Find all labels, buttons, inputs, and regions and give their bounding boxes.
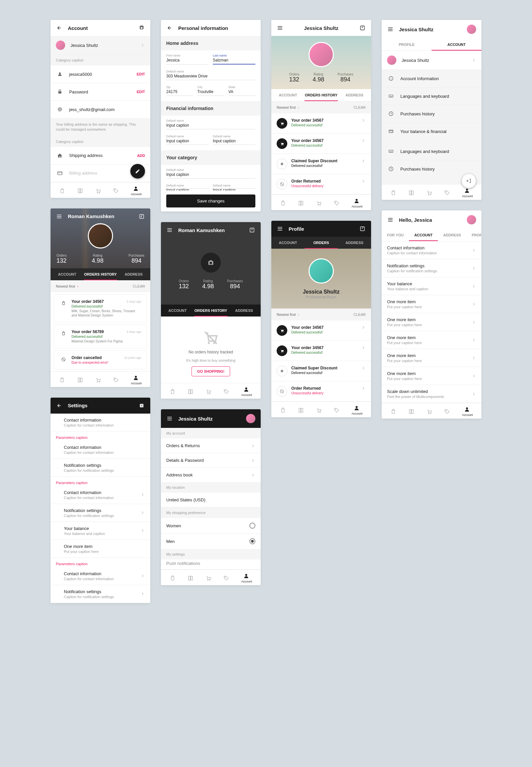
tab-profile[interactable]: PROFILE (382, 39, 432, 51)
list-row[interactable]: One more item Put your caption here (382, 349, 481, 367)
list-row[interactable]: Contact information Caption for contact … (382, 241, 481, 259)
tab-account[interactable]: ACCOUNT (271, 237, 305, 249)
sort-dropdown[interactable]: Newest first (277, 105, 300, 109)
avatar[interactable] (467, 215, 476, 224)
order-row[interactable]: Order Returned Unsuccessful delivery (271, 174, 371, 194)
tab-orders[interactable]: ORDERS HISTORY (84, 268, 117, 280)
first-name-field[interactable]: First nameJessica (166, 53, 209, 64)
user-row[interactable]: Jessica Shultz (382, 51, 481, 70)
order-row[interactable]: Your order 34567 Delivered successful! (271, 113, 371, 134)
edit-action[interactable]: EDIT (137, 90, 145, 94)
last-name-field[interactable]: Last nameSalzman (213, 53, 255, 64)
tab-address[interactable]: ADDRESS (338, 237, 371, 249)
nav-cart[interactable] (205, 389, 211, 395)
back-icon[interactable] (56, 402, 63, 409)
tab-foryou[interactable]: FOR YOU (382, 229, 409, 241)
settings-row[interactable]: Contact information Caption for contact … (51, 567, 150, 585)
order-row[interactable]: Order Returned Unsuccessful delivery (271, 381, 371, 402)
zip-field[interactable]: Zip24175 (166, 84, 193, 96)
preference-option[interactable]: Men (161, 534, 261, 549)
input-field[interactable]: Default nameInput caption (166, 183, 209, 189)
nav-account[interactable]: Account (241, 573, 252, 583)
nav-tag[interactable] (113, 188, 119, 194)
edit-fab[interactable] (130, 164, 145, 179)
settings-row[interactable]: Languages and keyboard (382, 87, 481, 105)
nav-tag[interactable] (113, 377, 119, 383)
nav-bag[interactable] (59, 377, 65, 383)
nav-account[interactable]: Account (241, 387, 252, 397)
menu-icon[interactable] (387, 216, 394, 223)
settings-row[interactable]: Contact information Caption for contact … (51, 414, 150, 432)
settings-row[interactable]: One more item Put your caption here (51, 540, 150, 558)
tab-account[interactable]: ACCOUNT (161, 305, 194, 317)
billing-row[interactable]: Billing address (51, 165, 150, 182)
nav-tag[interactable] (334, 407, 340, 413)
menu-icon[interactable] (166, 227, 173, 233)
nav-bag[interactable] (280, 200, 286, 206)
tab-orders[interactable]: ORDERS HISTORY (305, 89, 338, 101)
nav-tag[interactable] (444, 409, 450, 415)
city-field[interactable]: CityTroutville (197, 84, 224, 96)
list-row[interactable]: One more item Put your caption here (382, 367, 481, 385)
nav-account[interactable]: Account (462, 188, 473, 198)
add-action[interactable]: ADD (137, 154, 145, 158)
nav-account[interactable]: Account (131, 186, 142, 196)
order-row[interactable]: Claimed Super Discount Delivered success… (271, 361, 371, 381)
nav-bag[interactable] (390, 190, 396, 196)
settings-row[interactable]: Your balance & financial (382, 123, 481, 140)
order-row[interactable]: Claimed Super Discount Delivered success… (271, 154, 371, 174)
radio-button[interactable] (249, 523, 255, 529)
user-row[interactable]: Jessica Shultz (51, 36, 150, 55)
clear-button[interactable]: CLEAR (133, 284, 145, 288)
tab-account[interactable]: ACCOUNT (409, 229, 438, 241)
settings-row[interactable]: Notification settings Caption for notifi… (51, 459, 150, 477)
edit-icon[interactable] (359, 25, 366, 31)
settings-row[interactable]: Notification settings Caption for notifi… (51, 585, 150, 603)
list-row[interactable]: One more item Put your caption here (382, 313, 481, 331)
edit-icon[interactable] (359, 225, 366, 232)
input-field[interactable]: Default nameInput caption (166, 133, 209, 145)
settings-row[interactable]: Languages and keyboard (382, 143, 481, 160)
order-card[interactable]: Your order 345675 days ago Delivered suc… (54, 294, 147, 322)
order-card[interactable]: Order cancelled15 years ago Due to unexp… (54, 350, 147, 369)
list-row[interactable]: Scale down unlimited Feel the power of M… (382, 385, 481, 403)
nav-account[interactable]: Account (462, 407, 473, 417)
tab-address[interactable]: ADDRESS (117, 268, 150, 280)
input-field[interactable]: Default nameInput caption (166, 167, 255, 179)
nav-cart[interactable] (95, 188, 101, 194)
state-field[interactable]: StateVA (228, 84, 255, 96)
tab-profile[interactable]: PROFI (466, 229, 481, 241)
nav-tag[interactable] (334, 200, 340, 206)
location-row[interactable]: United States (USD) (161, 493, 261, 507)
back-icon[interactable] (166, 25, 173, 31)
account-row[interactable]: Password EDIT (51, 83, 150, 101)
tab-orders[interactable]: ORDERS (305, 237, 338, 249)
nav-bag[interactable] (280, 407, 286, 413)
nav-cart[interactable] (205, 575, 211, 581)
go-shopping-button[interactable]: GO SHOPPING! (192, 366, 230, 376)
gear-icon[interactable] (138, 25, 145, 31)
nav-cart[interactable] (426, 409, 432, 415)
radio-button[interactable] (249, 538, 255, 544)
list-row[interactable]: Your balance Your balance and caption (382, 277, 481, 295)
settings-row[interactable]: Contact information Caption for contact … (51, 441, 150, 459)
shipping-row[interactable]: Shipping address ADD (51, 147, 150, 165)
input-field[interactable]: Default nameInput caption (166, 118, 255, 129)
menu-icon[interactable] (56, 213, 63, 220)
nav-book[interactable] (408, 409, 414, 415)
push-row[interactable]: Push notifications (161, 560, 261, 570)
preference-option[interactable]: Women (161, 518, 261, 534)
avatar[interactable] (467, 25, 476, 34)
avatar[interactable] (246, 414, 255, 423)
tab-address[interactable]: ADDRESS (338, 89, 371, 101)
order-row[interactable]: Your order 34567 Delivered successful! (271, 320, 371, 341)
order-row[interactable]: Your order 34567 Delivered successful! (271, 341, 371, 361)
nav-tag[interactable] (444, 190, 450, 196)
nav-tag[interactable] (223, 389, 229, 395)
menu-icon[interactable] (166, 415, 173, 422)
help-icon[interactable]: ? (138, 402, 145, 409)
input-field[interactable]: Default nameInput caption (213, 183, 255, 189)
sort-dropdown[interactable]: Newest first (277, 313, 300, 317)
edit-action[interactable]: EDIT (137, 72, 145, 76)
nav-cart[interactable] (95, 377, 101, 383)
